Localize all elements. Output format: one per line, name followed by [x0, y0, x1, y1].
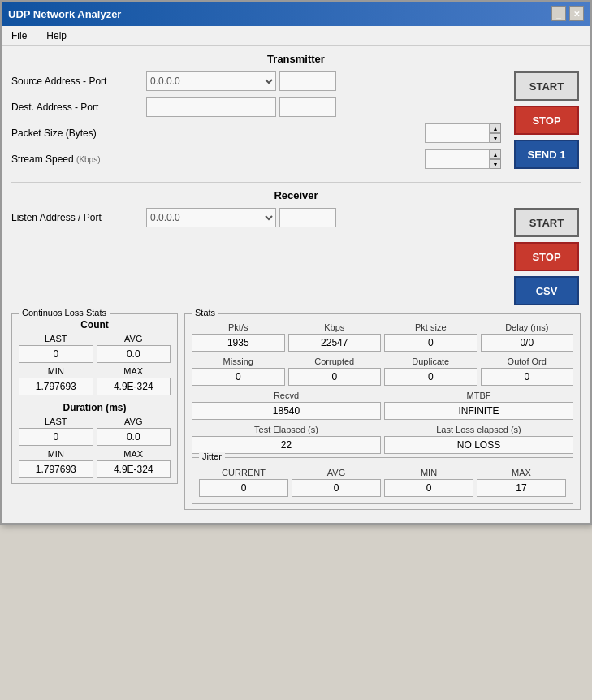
kbps-value: 22547: [288, 334, 382, 352]
dest-address-input[interactable]: 127.0.0.1: [146, 97, 276, 117]
listen-address-row: Listen Address / Port 0.0.0.0 1250: [11, 208, 501, 227]
jitter-max-value: 17: [477, 479, 566, 497]
loss-stats-groupbox: Continuos Loss Stats Count LAST 0 AVG 0.…: [11, 313, 178, 484]
source-label: Source Address - Port: [11, 76, 141, 87]
transmitter-stop-button[interactable]: STOP: [514, 106, 579, 135]
stats-groupbox: Stats Pkt/s Kbps Pkt size Delay (ms) 193…: [184, 313, 581, 510]
stats-values-row: 1935 22547 0 0/0: [192, 334, 573, 352]
packet-size-spinner: 1,324 ▲ ▼: [425, 123, 501, 143]
content-area: Transmitter Source Address - Port 0.0.0.…: [2, 46, 590, 523]
duration-min-value: 1.797693: [19, 460, 93, 478]
bottom-area: Continuos Loss Stats Count LAST 0 AVG 0.…: [11, 305, 581, 516]
title-bar-buttons: _ ✕: [551, 6, 584, 21]
dest-port-input[interactable]: 1250: [279, 97, 336, 117]
listen-port-input[interactable]: 1250: [279, 208, 336, 227]
minimize-button[interactable]: _: [551, 6, 566, 21]
count-grid: LAST 0 AVG 0.0: [19, 334, 171, 363]
stream-speed-down[interactable]: ▼: [490, 159, 501, 169]
menu-bar: File Help: [2, 26, 590, 46]
duplicate-label: Duplicate: [384, 356, 477, 366]
main-window: UDP Network Analyzer _ ✕ File Help Trans…: [0, 0, 592, 525]
corrupted-value: 0: [288, 368, 382, 386]
receiver-buttons: START STOP CSV: [508, 208, 581, 305]
receiver-stop-button[interactable]: STOP: [514, 242, 579, 271]
menu-file[interactable]: File: [8, 28, 30, 43]
delay-label: Delay (ms): [481, 322, 574, 332]
count-min-col: MIN 1.797693: [19, 366, 93, 395]
jitter-title: Jitter: [199, 452, 225, 461]
duration-minmax-grid: MIN 1.797693 MAX 4.9E-324: [19, 449, 171, 478]
count-max-col: MAX 4.9E-324: [97, 366, 171, 395]
divider-1: [11, 182, 581, 183]
recvd-mtbf-header: Recvd MTBF: [192, 391, 573, 400]
count-min-label: MIN: [19, 366, 93, 376]
pkts-label: Pkt/s: [192, 322, 285, 332]
pktsize-value: 0: [384, 334, 477, 352]
kbps-label: Kbps: [288, 322, 382, 332]
listen-address-select[interactable]: 0.0.0.0: [146, 208, 276, 227]
receiver-start-button[interactable]: START: [514, 208, 579, 237]
duration-avg-col: AVG 0.0: [97, 417, 171, 446]
pkts-value: 1935: [192, 334, 285, 352]
transmitter-title: Transmitter: [11, 53, 581, 65]
source-address-row: Source Address - Port 0.0.0.0 0: [11, 71, 501, 91]
jitter-avg-label: AVG: [292, 468, 381, 477]
receiver-title: Receiver: [11, 189, 581, 201]
stream-speed-up[interactable]: ▲: [490, 149, 501, 159]
jitter-min-value: 0: [384, 479, 473, 497]
listen-address-field-group: 0.0.0.0 1250: [146, 208, 501, 227]
source-port-input[interactable]: 0: [279, 71, 336, 91]
listen-label: Listen Address / Port: [11, 212, 141, 223]
duration-avg-label: AVG: [97, 417, 171, 426]
transmitter-fields: Source Address - Port 0.0.0.0 0 Dest. Ad…: [11, 71, 501, 175]
duration-last-value: 0: [19, 428, 93, 446]
stream-speed-spinner: 20,500 ▲ ▼: [425, 149, 501, 169]
dest-address-field-group: 127.0.0.1 1250: [146, 97, 501, 117]
duplicate-value: 0: [384, 368, 477, 386]
packet-size-label: Packet Size (Bytes): [11, 127, 141, 139]
jitter-header-row: CURRENT AVG MIN MAX: [199, 468, 566, 477]
last-loss-value: NO LOSS: [384, 436, 573, 454]
outoforder-label: Outof Ord: [481, 356, 574, 366]
jitter-values-row: 0 0 0 17: [199, 479, 566, 497]
elapsed-label: Test Elapsed (s): [192, 425, 381, 434]
packet-size-spinner-buttons: ▲ ▼: [490, 123, 501, 143]
dest-address-row: Dest. Address - Port 127.0.0.1 1250: [11, 97, 501, 117]
transmitter-start-button[interactable]: START: [514, 71, 579, 101]
stats-panel: Stats Pkt/s Kbps Pkt size Delay (ms) 193…: [184, 305, 581, 516]
last-loss-label: Last Loss elapsed (s): [384, 425, 573, 434]
jitter-current-value: 0: [199, 479, 288, 497]
stream-speed-field-group: 20,500 ▲ ▼: [425, 149, 501, 169]
transmitter-area: Source Address - Port 0.0.0.0 0 Dest. Ad…: [11, 71, 581, 175]
recvd-value: 18540: [192, 402, 381, 420]
count-last-col: LAST 0: [19, 334, 93, 363]
transmitter-send-button[interactable]: SEND 1: [514, 140, 579, 169]
corrupted-label: Corrupted: [288, 356, 382, 366]
menu-help[interactable]: Help: [43, 28, 70, 43]
packet-size-input[interactable]: 1,324: [425, 123, 490, 143]
stream-speed-input[interactable]: 20,500: [425, 149, 490, 169]
loss-stats-title: Continuos Loss Stats: [19, 308, 110, 318]
count-avg-col: AVG 0.0: [97, 334, 171, 363]
duration-max-value: 4.9E-324: [97, 460, 171, 478]
packet-size-row: Packet Size (Bytes) 1,324 ▲ ▼: [11, 123, 501, 143]
count-max-label: MAX: [97, 366, 171, 376]
jitter-max-label: MAX: [477, 468, 566, 477]
stats-title: Stats: [192, 308, 218, 318]
stream-speed-label: Stream Speed (Kbps): [11, 153, 141, 165]
mtbf-value: INFINITE: [384, 402, 573, 420]
duration-max-label: MAX: [97, 449, 171, 459]
count-last-value: 0: [19, 345, 93, 363]
close-button[interactable]: ✕: [569, 6, 584, 21]
loss-stats-panel: Continuos Loss Stats Count LAST 0 AVG 0.…: [11, 305, 178, 516]
duration-max-col: MAX 4.9E-324: [97, 449, 171, 478]
transmitter-buttons: START STOP SEND 1: [508, 71, 581, 169]
jitter-min-label: MIN: [384, 468, 473, 477]
packet-size-field-group: 1,324 ▲ ▼: [425, 123, 501, 143]
packet-size-down[interactable]: ▼: [490, 133, 501, 143]
packet-size-up[interactable]: ▲: [490, 123, 501, 133]
source-address-select[interactable]: 0.0.0.0: [146, 71, 276, 91]
receiver-csv-button[interactable]: CSV: [514, 276, 579, 305]
duration-avg-value: 0.0: [97, 428, 171, 446]
loss-header-row: Missing Corrupted Duplicate Outof Ord: [192, 356, 573, 366]
